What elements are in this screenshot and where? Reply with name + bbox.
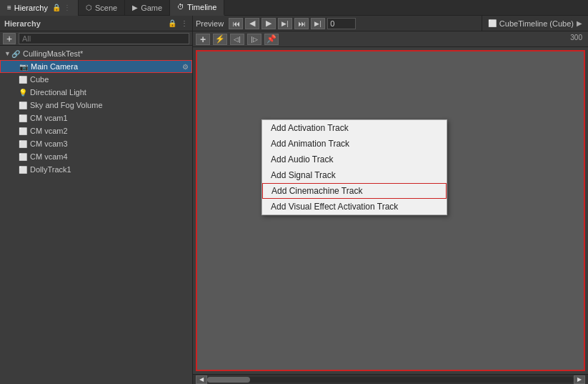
tab-timeline-label: Timeline bbox=[187, 3, 216, 11]
hierarchy-item-label: CullingMaskTest* bbox=[23, 49, 83, 58]
tab-game-label: Game bbox=[141, 4, 162, 12]
hierarchy-search-input[interactable] bbox=[19, 33, 189, 44]
transport-prev-frame[interactable]: ◀ bbox=[245, 18, 259, 29]
light-icon: 💡 bbox=[19, 89, 27, 97]
vcam-icon: ⬜ bbox=[19, 127, 27, 135]
hierarchy-item-label: CM vcam3 bbox=[30, 139, 68, 148]
ctx-item-label: Add Signal Track bbox=[271, 170, 336, 180]
expand-arrow-icon: ▼ bbox=[4, 50, 11, 57]
hierarchy-item-cm-vcam4[interactable]: ⬜ CM vcam4 bbox=[0, 150, 192, 163]
timeline-cube-icon: ⬜ bbox=[488, 19, 497, 27]
hierarchy-lock-icon: 🔒 bbox=[52, 4, 61, 11]
tab-game[interactable]: ▶ Game bbox=[125, 0, 170, 16]
tab-hierarchy[interactable]: ≡ Hierarchy 🔒 ⋮ bbox=[0, 0, 79, 16]
timeline-content-area[interactable]: Add Activation Track Add Animation Track… bbox=[196, 50, 585, 371]
ctx-item-label: Add Activation Track bbox=[271, 123, 349, 133]
timeline-snap-btn[interactable]: ⚡ bbox=[213, 34, 227, 45]
scroll-track[interactable] bbox=[207, 377, 574, 383]
vcam-icon: ⬜ bbox=[19, 114, 27, 122]
timeline-next-key-btn[interactable]: |▷ bbox=[247, 34, 261, 45]
hierarchy-item-cube[interactable]: ⬜ Cube bbox=[0, 73, 192, 86]
vcam-icon: ⬜ bbox=[19, 140, 27, 148]
main-layout: Hierarchy 🔒 ⋮ + ▼ 🔗 CullingMaskTest* 📷 M… bbox=[0, 16, 588, 384]
ctx-item-label: Add Cinemachine Track bbox=[271, 186, 362, 196]
tab-bar: ≡ Hierarchy 🔒 ⋮ ⬡ Scene ▶ Game ⏱ Timelin… bbox=[0, 0, 588, 16]
ctx-add-animation-track[interactable]: Add Animation Track bbox=[262, 136, 447, 152]
volume-icon: ⬜ bbox=[19, 102, 27, 109]
timeline-ruler-header: 300 bbox=[284, 34, 585, 45]
cube-timeline-label: CubeTimeline (Cube) bbox=[499, 19, 574, 28]
scroll-thumb bbox=[207, 377, 250, 383]
hierarchy-dots-btn[interactable]: ⋮ bbox=[181, 19, 188, 27]
chevron-right-icon: ▶ bbox=[577, 19, 582, 27]
game-tab-icon: ▶ bbox=[132, 4, 138, 11]
transport-play-range[interactable]: ▶| bbox=[311, 18, 325, 29]
timeline-prev-key-btn[interactable]: ◁| bbox=[230, 34, 244, 45]
hierarchy-item-cm-vcam2[interactable]: ⬜ CM vcam2 bbox=[0, 124, 192, 137]
hierarchy-item-directional-light[interactable]: 💡 Directional Light bbox=[0, 86, 192, 99]
ctx-add-visual-effect-track[interactable]: Add Visual Effect Activation Track bbox=[262, 199, 447, 215]
vcam-icon: ⬜ bbox=[19, 153, 27, 161]
camera-icon: 📷 bbox=[19, 63, 28, 71]
hierarchy-item-label: Directional Light bbox=[30, 88, 86, 97]
transport-next-frame[interactable]: ▶| bbox=[278, 18, 292, 29]
ctx-add-activation-track[interactable]: Add Activation Track bbox=[262, 120, 447, 136]
timeline-tab-icon: ⏱ bbox=[177, 3, 184, 11]
timeline-pin-btn[interactable]: 📌 bbox=[264, 34, 279, 45]
hierarchy-title: Hierarchy bbox=[4, 19, 41, 28]
hierarchy-menu-icon[interactable]: ⋮ bbox=[64, 4, 71, 11]
hierarchy-item-main-camera[interactable]: 📷 Main Camera ⚙ bbox=[0, 60, 192, 73]
scene-tab-icon: ⬡ bbox=[86, 4, 92, 11]
tab-scene-label: Scene bbox=[95, 4, 117, 12]
hierarchy-panel: Hierarchy 🔒 ⋮ + ▼ 🔗 CullingMaskTest* 📷 M… bbox=[0, 16, 193, 384]
cube-icon: ⬜ bbox=[19, 76, 27, 84]
hierarchy-header-icons: 🔒 ⋮ bbox=[168, 19, 188, 27]
timeline-time-input[interactable]: 0 bbox=[327, 18, 356, 29]
tab-scene[interactable]: ⬡ Scene bbox=[79, 0, 125, 16]
gear-icon: ⚙ bbox=[182, 63, 189, 71]
hierarchy-add-button[interactable]: + bbox=[3, 33, 16, 44]
scroll-right-btn[interactable]: ▶ bbox=[574, 375, 585, 384]
ruler-end-label: 300 bbox=[570, 34, 582, 41]
ctx-item-label: Add Animation Track bbox=[271, 139, 349, 149]
hierarchy-list: ▼ 🔗 CullingMaskTest* 📷 Main Camera ⚙ ⬜ C… bbox=[0, 46, 192, 384]
timeline-sub-toolbar: + ⚡ ◁| |▷ 📌 300 bbox=[193, 31, 588, 47]
hierarchy-item-cm-vcam3[interactable]: ⬜ CM vcam3 bbox=[0, 137, 192, 150]
timeline-controls: Preview ⏮ ◀ ▶ ▶| ⏭ ▶| 0 bbox=[193, 16, 482, 31]
ctx-add-cinemachine-track[interactable]: Add Cinemachine Track bbox=[262, 183, 447, 199]
hierarchy-item-label: CM vcam4 bbox=[30, 152, 68, 161]
timeline-panel: Preview ⏮ ◀ ▶ ▶| ⏭ ▶| 0 ⬜ CubeTimeline (… bbox=[193, 16, 588, 384]
context-menu: Add Activation Track Add Animation Track… bbox=[261, 119, 447, 215]
transport-next-end[interactable]: ⏭ bbox=[294, 18, 309, 29]
ctx-add-audio-track[interactable]: Add Audio Track bbox=[262, 152, 447, 167]
hierarchy-item-cullingmasktest[interactable]: ▼ 🔗 CullingMaskTest* bbox=[0, 47, 192, 60]
hierarchy-item-label: Cube bbox=[30, 75, 49, 84]
cube-timeline-header: ⬜ CubeTimeline (Cube) ▶ bbox=[482, 16, 588, 31]
tab-timeline[interactable]: ⏱ Timeline bbox=[170, 0, 224, 16]
timeline-bottom-scrollbar: ◀ ▶ bbox=[193, 374, 588, 384]
hierarchy-item-icon: 🔗 bbox=[11, 50, 20, 58]
hierarchy-item-label: Sky and Fog Volume bbox=[30, 101, 103, 109]
hierarchy-item-sky-fog[interactable]: ⬜ Sky and Fog Volume bbox=[0, 99, 192, 112]
hierarchy-panel-header: Hierarchy 🔒 ⋮ bbox=[0, 16, 192, 31]
ctx-add-signal-track[interactable]: Add Signal Track bbox=[262, 167, 447, 183]
tab-hierarchy-label: Hierarchy bbox=[14, 4, 48, 12]
ctx-item-label: Add Visual Effect Activation Track bbox=[271, 202, 398, 212]
hierarchy-toolbar: + bbox=[0, 31, 192, 46]
hierarchy-tab-icon: ≡ bbox=[7, 4, 11, 11]
hierarchy-item-label: CM vcam1 bbox=[30, 114, 68, 122]
hierarchy-item-label: DollyTrack1 bbox=[30, 165, 71, 174]
track-icon: ⬜ bbox=[19, 166, 27, 174]
hierarchy-item-label: Main Camera bbox=[31, 62, 78, 71]
scroll-left-btn[interactable]: ◀ bbox=[196, 375, 207, 384]
timeline-top-bar: Preview ⏮ ◀ ▶ ▶| ⏭ ▶| 0 ⬜ CubeTimeline (… bbox=[193, 16, 588, 31]
transport-play[interactable]: ▶ bbox=[261, 18, 276, 29]
hierarchy-item-label: CM vcam2 bbox=[30, 127, 68, 135]
preview-label: Preview bbox=[196, 19, 224, 28]
hierarchy-item-cm-vcam1[interactable]: ⬜ CM vcam1 bbox=[0, 112, 192, 124]
hierarchy-lock-btn[interactable]: 🔒 bbox=[168, 19, 176, 27]
timeline-add-btn[interactable]: + bbox=[196, 34, 210, 45]
transport-prev-start[interactable]: ⏮ bbox=[229, 18, 243, 29]
hierarchy-item-dollytrack1[interactable]: ⬜ DollyTrack1 bbox=[0, 163, 192, 176]
ctx-item-label: Add Audio Track bbox=[271, 154, 333, 164]
